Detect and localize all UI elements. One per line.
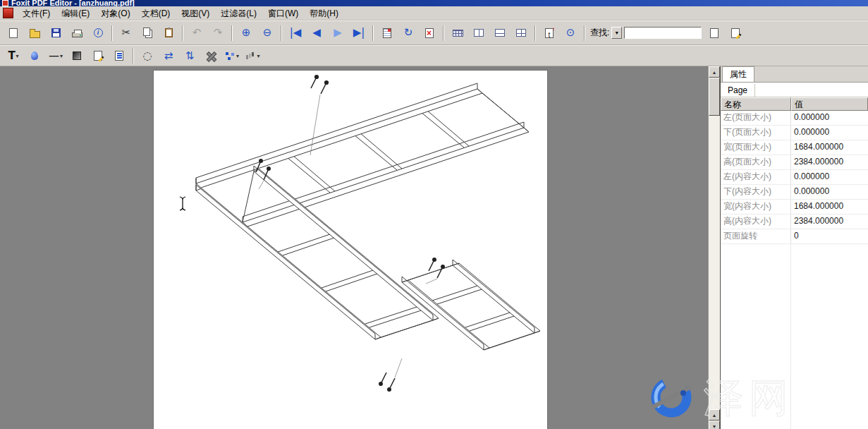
column-header-value[interactable]: 值 (791, 97, 868, 111)
menu-item-document[interactable]: 文档(D) (136, 7, 176, 20)
undo-button[interactable]: ↶ (187, 24, 207, 42)
doc-view-button[interactable] (704, 24, 724, 42)
previous-page-button[interactable]: ◀ (307, 24, 326, 42)
property-name: 宽(内容大小) (721, 200, 791, 214)
menu-item-edit[interactable]: 编辑(E) (56, 7, 95, 20)
menubar-items: 文件(F)编辑(E)对象(O)文档(D)视图(V)过滤器(L)窗口(W)帮助(H… (17, 7, 344, 20)
new-document-button[interactable] (4, 24, 23, 42)
menu-item-file[interactable]: 文件(F) (17, 7, 56, 20)
link-target-button[interactable]: ⊙ (561, 24, 580, 42)
text-insert-button[interactable] (539, 24, 559, 42)
swap-pages-icon: ⇄ (164, 51, 173, 61)
property-row[interactable]: 高(页面大小)2384.000000 (721, 155, 868, 170)
document-info-button[interactable] (88, 24, 108, 42)
arrange-pages-vertical-button[interactable]: ⇅ (180, 47, 200, 65)
doc-edit-button[interactable] (726, 24, 745, 42)
edit-form-button[interactable] (109, 47, 129, 65)
menu-item-filter[interactable]: 过滤器(L) (215, 7, 262, 20)
cut-button[interactable]: ✂ (116, 24, 136, 42)
copy-button[interactable] (137, 24, 157, 42)
property-row[interactable]: 高(内容大小)2384.000000 (721, 214, 868, 229)
document-window-icon[interactable] (3, 8, 13, 18)
lasso-icon: ◌ (142, 51, 152, 61)
fill-style-button[interactable] (67, 47, 87, 65)
scrollbar-thumb[interactable] (709, 78, 720, 116)
property-value: 0.000000 (791, 111, 868, 125)
zoom-out-button[interactable]: ⊖ (257, 24, 277, 42)
pdf-page[interactable] (153, 70, 548, 429)
find-input[interactable] (624, 27, 702, 39)
zoom-in-button[interactable]: ⊕ (236, 24, 256, 42)
select-object-button[interactable]: ◌ (137, 47, 157, 65)
property-row[interactable]: 左(内容大小)0.000000 (721, 170, 868, 185)
canvas-area[interactable] (0, 66, 708, 429)
property-row[interactable]: 左(页面大小)0.000000 (721, 111, 868, 126)
property-value: 1684.000000 (791, 200, 868, 214)
property-row[interactable]: 宽(页面大小)1684.000000 (721, 140, 868, 155)
arrange-pages-button[interactable]: ⇄ (159, 47, 178, 65)
page-layout-button[interactable] (377, 24, 397, 42)
print-button[interactable] (67, 24, 87, 42)
delete-page-button[interactable] (420, 24, 439, 42)
last-page-button[interactable]: ▶| (349, 24, 369, 42)
menu-item-help[interactable]: 帮助(H) (304, 7, 344, 20)
property-row[interactable]: 宽(内容大小)1684.000000 (721, 200, 868, 214)
property-name: 高(页面大小) (721, 155, 791, 169)
split-vertical-button[interactable] (469, 24, 489, 42)
paint-style-button[interactable]: ▾ (243, 47, 263, 65)
previous-page-icon: ◀ (312, 28, 321, 38)
scroll-up-bottom-button[interactable]: ▲ (709, 409, 720, 421)
save-button[interactable] (46, 24, 66, 42)
ladder-section-rungs (432, 286, 514, 331)
property-row[interactable]: 下(内容大小)0.000000 (721, 185, 868, 200)
menu-item-object[interactable]: 对象(O) (95, 7, 135, 20)
copy-icon (143, 28, 150, 36)
properties-panel-header: 属性 (721, 66, 868, 83)
menu-item-window[interactable]: 窗口(W) (262, 7, 304, 20)
toolbar-separator (133, 48, 134, 64)
menu-item-view[interactable]: 视图(V) (176, 7, 215, 20)
property-row[interactable]: 下(页面大小)0.000000 (721, 126, 868, 140)
toolbar-separator (584, 25, 585, 41)
new-document-icon (9, 28, 18, 38)
save-icon (51, 28, 61, 37)
edit-object-button[interactable] (88, 47, 108, 65)
split-vertical-icon (474, 29, 484, 37)
tools-button[interactable] (201, 47, 221, 65)
toolbar-separator (443, 25, 444, 41)
split-quad-button[interactable] (511, 24, 531, 42)
last-page-icon: ▶| (353, 28, 365, 38)
find-dropdown-button[interactable]: ▾ (611, 27, 622, 39)
scrollbar-track[interactable] (709, 78, 720, 409)
properties-tab[interactable]: 属性 (722, 66, 754, 82)
nodes-button[interactable]: ▾ (222, 47, 242, 65)
text-tool-button[interactable]: T▾ (4, 47, 23, 65)
paint-roller-icon (246, 52, 256, 60)
line-tool-button[interactable]: —▾ (46, 47, 66, 65)
open-button[interactable] (25, 24, 44, 42)
toolbar-separator (111, 25, 113, 41)
redo-button[interactable]: ↷ (208, 24, 228, 42)
vertical-scrollbar[interactable]: ▲ ▲ ▼ (708, 66, 720, 429)
color-picker-button[interactable] (25, 47, 44, 65)
rotate-page-button[interactable]: ↻ (398, 24, 418, 42)
next-page-button[interactable]: ▶ (328, 24, 348, 42)
ladder-arm-bottom-rails (196, 169, 439, 339)
zoom-in-icon: ⊕ (242, 28, 251, 38)
first-page-button[interactable]: |◀ (286, 24, 305, 42)
tab-page[interactable]: Page (723, 84, 755, 97)
document-icon (710, 28, 719, 38)
paste-button[interactable] (159, 24, 178, 42)
split-horizontal-button[interactable] (490, 24, 510, 42)
target-icon: ⊙ (566, 28, 575, 38)
scroll-down-button[interactable]: ▼ (709, 421, 720, 429)
text-cursor (180, 197, 185, 210)
keyboard-button[interactable] (448, 24, 467, 42)
column-header-name[interactable]: 名称 (721, 97, 791, 111)
property-row[interactable]: 页面旋转0 (721, 229, 868, 244)
menubar: 文件(F)编辑(E)对象(O)文档(D)视图(V)过滤器(L)窗口(W)帮助(H… (0, 6, 868, 20)
properties-panel: 属性 Page 名称 值 左(页面大小)0.000000下(页面大小)0.000… (720, 66, 868, 429)
delete-page-icon (425, 28, 434, 38)
scroll-up-button[interactable]: ▲ (709, 66, 720, 78)
dropdown-arrow-icon: ▾ (257, 53, 259, 59)
